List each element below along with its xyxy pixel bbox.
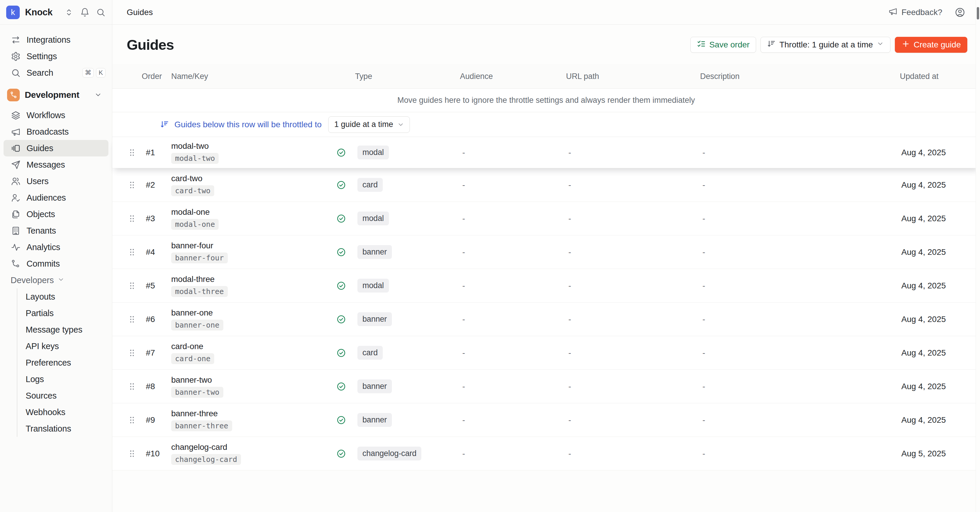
guide-table-row[interactable]: #3 modal-one modal-one modal - - - Aug 4…: [112, 202, 980, 235]
drag-handle-icon[interactable]: [126, 348, 140, 358]
sidebar-item-tenants[interactable]: Tenants: [0, 223, 112, 239]
drag-handle-icon[interactable]: [126, 382, 140, 391]
guide-table-row[interactable]: #8 banner-two banner-two banner - - - Au…: [112, 370, 980, 403]
gear-icon: [11, 51, 21, 61]
unthrottled-dropzone[interactable]: Move guides here to ignore the throttle …: [112, 89, 980, 112]
guide-url-path: -: [566, 180, 700, 190]
guide-table-row[interactable]: #1 modal-two modal-two modal - - - Aug 4…: [112, 137, 980, 168]
developers-section-toggle[interactable]: Developers: [0, 272, 112, 288]
sidebar-item-guides[interactable]: Guides: [3, 140, 108, 156]
guide-table-row[interactable]: #10 changelog-card changelog-card change…: [112, 437, 980, 471]
feedback-label: Feedback?: [901, 8, 942, 17]
guide-key-badge: banner-three: [171, 420, 232, 431]
sidebar-subitem-webhooks[interactable]: Webhooks: [18, 404, 112, 420]
drag-handle-icon[interactable]: [126, 148, 140, 157]
drag-handle-icon[interactable]: [126, 448, 140, 459]
throttle-divider-row: Guides below this row will be throttled …: [112, 112, 980, 137]
throttle-setting-button[interactable]: Throttle: 1 guide at a time: [760, 37, 891, 53]
guide-table-row[interactable]: #9 banner-three banner-three banner - - …: [112, 403, 980, 437]
sidebar-item-settings[interactable]: Settings: [0, 48, 112, 65]
guide-key-badge: modal-two: [171, 153, 219, 164]
sidebar-subitem-api-keys[interactable]: API keys: [18, 338, 112, 355]
scrollbar-track[interactable]: [975, 0, 980, 512]
scrollbar-thumb[interactable]: [977, 7, 979, 19]
sidebar-item-audiences[interactable]: Audiences: [0, 189, 112, 206]
sidebar-subitem-translations[interactable]: Translations: [18, 420, 112, 437]
sidebar-item-search[interactable]: Search⌘K: [0, 65, 112, 81]
sidebar-subitem-message-types[interactable]: Message types: [18, 321, 112, 338]
guide-description: -: [700, 180, 897, 190]
sort-descending-icon: [160, 120, 169, 129]
drag-handle-icon[interactable]: [126, 247, 140, 257]
guide-audience: -: [460, 382, 566, 391]
sidebar-item-label: Guides: [27, 143, 53, 153]
guide-description: -: [700, 382, 897, 391]
sidebar-subitem-preferences[interactable]: Preferences: [18, 355, 112, 371]
guide-type-badge: modal: [357, 279, 389, 293]
sidebar-subitem-logs[interactable]: Logs: [18, 371, 112, 387]
sidebar-item-users[interactable]: Users: [0, 173, 112, 189]
workspace-switcher-icon[interactable]: [64, 8, 74, 17]
guide-table-row[interactable]: #2 card-two card-two card - - - Aug 4, 2…: [112, 168, 980, 202]
guide-type-badge: card: [357, 346, 383, 360]
environment-switcher[interactable]: Development: [3, 86, 108, 104]
megaphone-icon: [888, 7, 897, 18]
drag-handle-icon[interactable]: [126, 314, 140, 324]
knock-logo[interactable]: k: [6, 6, 20, 19]
column-header-name-key: Name/Key: [171, 72, 336, 81]
sidebar-item-messages[interactable]: Messages: [0, 156, 112, 173]
guide-name: card-two: [171, 174, 202, 183]
guide-key-badge: card-two: [171, 185, 214, 196]
sidebar-subitem-layouts[interactable]: Layouts: [18, 288, 112, 305]
guide-url-path: -: [566, 248, 700, 257]
save-order-button[interactable]: Save order: [690, 37, 756, 53]
drag-handle-icon[interactable]: [126, 281, 140, 291]
guide-table-row[interactable]: #4 banner-four banner-four banner - - - …: [112, 235, 980, 269]
sidebar-item-label: Tenants: [27, 226, 56, 236]
guide-description: -: [700, 148, 897, 157]
sidebar-item-workflows[interactable]: Workflows: [0, 107, 112, 123]
sidebar-item-commits[interactable]: Commits: [0, 255, 112, 272]
column-header-order: Order: [140, 72, 171, 81]
sidebar-item-analytics[interactable]: Analytics: [0, 239, 112, 255]
activity-icon: [11, 242, 21, 252]
guide-type-badge: banner: [357, 245, 392, 259]
guide-type-badge: banner: [357, 413, 392, 427]
sidebar-subitem-sources[interactable]: Sources: [18, 387, 112, 404]
sidebar-item-integrations[interactable]: Integrations: [0, 32, 112, 48]
create-guide-button[interactable]: Create guide: [895, 37, 967, 53]
guide-table-row[interactable]: #5 modal-three modal-three modal - - - A…: [112, 269, 980, 302]
throttle-select-value: 1 guide at a time: [334, 120, 393, 129]
guide-name: banner-four: [171, 241, 213, 250]
guide-key-badge: card-one: [171, 353, 214, 364]
column-header-url-path: URL path: [566, 72, 700, 81]
environment-icon: [7, 89, 20, 101]
guide-order: #3: [140, 214, 171, 223]
guide-table-row[interactable]: #6 banner-one banner-one banner - - - Au…: [112, 302, 980, 336]
keycap-cmd: ⌘: [83, 68, 94, 78]
notifications-bell-icon[interactable]: [80, 8, 89, 17]
feedback-button[interactable]: Feedback?: [888, 7, 942, 18]
guide-audience: -: [460, 281, 566, 291]
user-avatar-icon[interactable]: [955, 7, 965, 17]
drag-handle-icon[interactable]: [126, 180, 140, 190]
sidebar-subitem-partials[interactable]: Partials: [18, 305, 112, 321]
sidebar-item-objects[interactable]: Objects: [0, 206, 112, 223]
developers-label: Developers: [11, 275, 54, 285]
sidebar-item-label: Messages: [27, 160, 65, 170]
search-icon[interactable]: [96, 8, 105, 17]
throttle-value-select[interactable]: 1 guide at a time: [328, 116, 410, 133]
drag-handle-icon[interactable]: [126, 415, 140, 425]
guide-name: banner-one: [171, 308, 213, 318]
guide-name: card-one: [171, 342, 203, 351]
sidebar-item-broadcasts[interactable]: Broadcasts: [0, 123, 112, 140]
status-check-circle-icon: [336, 213, 346, 224]
guide-table-row[interactable]: #7 card-one card-one card - - - Aug 4, 2…: [112, 336, 980, 370]
guide-key-badge: banner-two: [171, 387, 223, 398]
throttle-divider-text[interactable]: Guides below this row will be throttled …: [175, 120, 322, 129]
workspace-name: Knock: [25, 7, 52, 17]
table-header-row: Order Name/Key Type Audience URL path De…: [112, 64, 980, 89]
guide-updated-at: Aug 4, 2025: [897, 148, 968, 157]
guide-order: #1: [140, 148, 171, 157]
drag-handle-icon[interactable]: [126, 213, 140, 224]
